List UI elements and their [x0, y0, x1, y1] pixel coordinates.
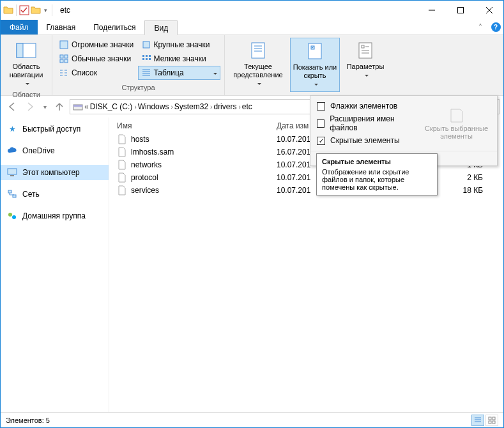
show-hide-icon — [306, 42, 324, 60]
svg-point-47 — [12, 215, 16, 219]
group-panes: Область навигации Области — [1, 35, 52, 95]
file-icon — [117, 160, 127, 170]
properties-icon[interactable] — [19, 5, 29, 15]
group-layout: Огромные значки Крупные значки Обычные з… — [52, 35, 225, 95]
checkbox-checked-icon: ✓ — [317, 137, 325, 145]
show-hide-button[interactable]: Показать или скрыть — [290, 38, 340, 92]
help-button[interactable]: ? — [488, 20, 503, 34]
window-title: etc — [56, 6, 417, 15]
svg-rect-33 — [309, 43, 321, 59]
ribbon-tabs: Файл Главная Поделиться Вид ˄ ? — [1, 20, 503, 35]
layout-medium[interactable]: Обычные значки — [56, 52, 139, 66]
svg-rect-52 — [493, 417, 495, 420]
file-row[interactable]: services 10.07.201 18 КБ — [109, 184, 503, 197]
svg-rect-11 — [60, 59, 63, 63]
layout-large[interactable]: Крупные значки — [139, 38, 221, 52]
options-button[interactable]: Параметры — [342, 38, 388, 82]
sidebar-quick-access[interactable]: ★Быстрый доступ — [1, 121, 109, 137]
maximize-button[interactable] — [446, 1, 475, 20]
svg-rect-29 — [252, 43, 264, 58]
crumb-system32[interactable]: System32› — [174, 102, 213, 111]
file-icon — [117, 147, 127, 157]
layout-extra-large[interactable]: Огромные значки — [56, 38, 139, 52]
option-item-checkboxes[interactable]: Флажки элементов — [314, 100, 420, 112]
minimize-button[interactable] — [417, 1, 446, 20]
navigation-pane-icon — [16, 43, 36, 58]
column-name[interactable]: Имя — [117, 121, 277, 130]
svg-rect-12 — [65, 59, 68, 63]
svg-rect-18 — [149, 58, 151, 60]
sidebar-this-pc[interactable]: Этот компьютер — [1, 165, 109, 180]
layout-details[interactable]: Таблица — [138, 66, 221, 80]
crumb-disk[interactable]: DISK_C (C:)› — [90, 102, 137, 111]
sidebar-onedrive[interactable]: OneDrive — [1, 143, 109, 158]
current-view-button[interactable]: Текущее представление — [229, 38, 287, 91]
drive-icon — [73, 102, 83, 112]
file-row[interactable]: protocol 10.07.201 2 КБ — [109, 171, 503, 184]
tab-view[interactable]: Вид — [144, 20, 178, 35]
folder-icon[interactable] — [31, 5, 41, 15]
group-current-view: Текущее представление Показать или скрыт… — [225, 35, 392, 95]
help-icon: ? — [491, 22, 501, 32]
tooltip-body: Отображение или скрытие файлов и папок, … — [322, 168, 432, 191]
file-icon — [117, 185, 127, 195]
svg-rect-17 — [146, 58, 148, 60]
crumb-windows[interactable]: Windows› — [138, 102, 173, 111]
view-details-toggle[interactable] — [471, 415, 484, 426]
recent-locations-button[interactable]: ▾ — [40, 99, 49, 114]
close-button[interactable] — [475, 1, 503, 20]
svg-rect-9 — [60, 55, 63, 58]
ribbon: Область навигации Области Огромные значк… — [1, 35, 503, 96]
quick-access-toolbar: ▾ — [1, 4, 56, 16]
navigation-pane-button[interactable]: Область навигации — [4, 38, 48, 91]
separator — [16, 4, 17, 16]
checkbox-unchecked-icon — [317, 102, 325, 111]
ribbon-collapse-button[interactable]: ˄ — [473, 20, 488, 34]
svg-rect-15 — [149, 55, 151, 57]
checkbox-unchecked-icon — [317, 119, 325, 128]
computer-icon — [7, 167, 17, 178]
navigation-pane: ★Быстрый доступ OneDrive Этот компьютер … — [1, 118, 109, 412]
svg-rect-45 — [13, 195, 16, 197]
layout-small[interactable]: Мелкие значки — [139, 52, 221, 66]
tab-home[interactable]: Главная — [38, 20, 85, 34]
crumb-drivers[interactable]: drivers› — [213, 102, 240, 111]
svg-rect-41 — [73, 105, 82, 107]
network-icon — [7, 189, 17, 199]
navigation-pane-label: Область навигации — [6, 63, 47, 79]
svg-rect-43 — [10, 175, 14, 176]
sidebar-network[interactable]: Сеть — [1, 187, 109, 202]
tab-share[interactable]: Поделиться — [84, 20, 144, 34]
svg-rect-53 — [489, 421, 491, 424]
sidebar-homegroup[interactable]: Домашняя группа — [1, 208, 109, 224]
svg-rect-8 — [143, 42, 149, 48]
cloud-icon — [7, 146, 17, 156]
breadcrumb-prefix[interactable]: « — [84, 102, 89, 111]
separator — [52, 4, 52, 16]
forward-button[interactable] — [22, 99, 38, 114]
file-icon — [117, 172, 127, 183]
option-file-extensions[interactable]: Расширения имен файлов — [314, 112, 420, 134]
svg-rect-42 — [8, 169, 17, 174]
view-icons-toggle[interactable] — [485, 415, 498, 426]
svg-rect-16 — [142, 58, 144, 60]
up-button[interactable] — [52, 99, 67, 114]
tab-file[interactable]: Файл — [1, 20, 38, 34]
options-icon — [356, 42, 374, 59]
back-button[interactable] — [4, 99, 20, 114]
titlebar: ▾ etc — [1, 1, 503, 20]
folder-icon[interactable] — [3, 5, 13, 15]
svg-rect-7 — [60, 41, 68, 49]
svg-rect-54 — [493, 421, 495, 424]
file-icon — [117, 134, 127, 144]
group-layout-label: Структура — [52, 84, 224, 95]
status-bar: Элементов: 5 — [1, 412, 503, 427]
tooltip: Скрытые элементы Отображение или скрытие… — [316, 153, 438, 195]
hide-selected-button[interactable]: Скрыть выбранные элементы — [420, 100, 493, 147]
layout-list[interactable]: Список — [56, 66, 138, 80]
qat-dropdown[interactable]: ▾ — [42, 7, 49, 13]
homegroup-icon — [7, 211, 17, 221]
crumb-etc[interactable]: etc — [242, 102, 252, 111]
option-hidden-items[interactable]: ✓Скрытые элементы — [314, 134, 420, 147]
svg-rect-14 — [146, 55, 148, 57]
